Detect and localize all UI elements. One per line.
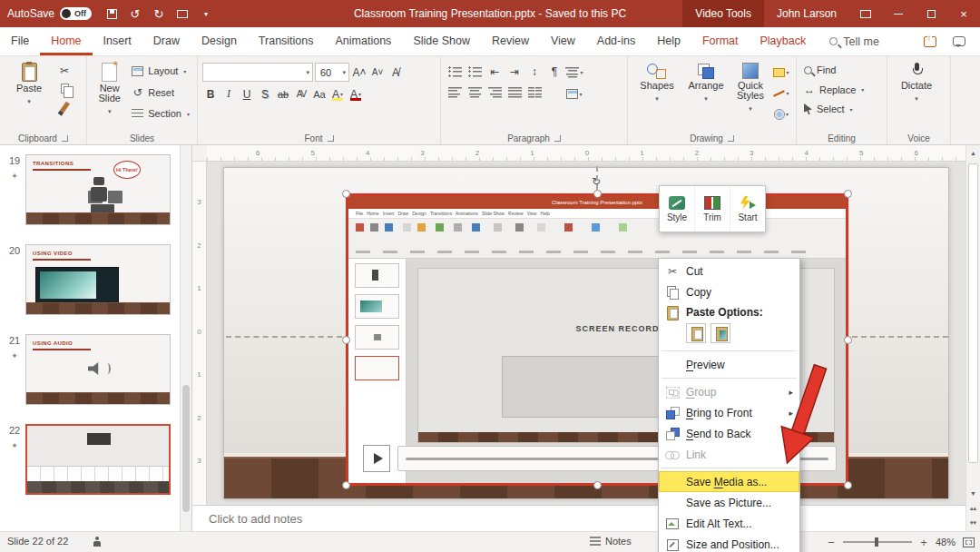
notes-toggle-button[interactable]: Notes (590, 536, 632, 547)
paste-button[interactable]: Paste (5, 60, 54, 106)
line-spacing-icon[interactable]: ↕ (525, 63, 544, 80)
align-text-icon[interactable] (565, 64, 583, 81)
bullets-icon[interactable] (446, 63, 464, 80)
notes-pane[interactable]: Click to add notes (192, 505, 980, 531)
play-button[interactable] (363, 445, 390, 472)
zoom-out-icon[interactable]: − (827, 536, 836, 549)
resize-handle[interactable] (342, 190, 350, 198)
align-right-icon[interactable] (485, 84, 504, 101)
format-painter-icon[interactable] (55, 98, 74, 115)
resize-handle[interactable] (593, 481, 602, 489)
undo-icon[interactable]: ↺ (124, 2, 146, 25)
menu-item-link[interactable]: Link▸ (659, 444, 799, 465)
menu-item-save-as-picture[interactable]: Save as Picture... (659, 492, 799, 513)
tab-view[interactable]: View (540, 27, 586, 55)
scroll-up-icon[interactable]: ▲ (966, 146, 980, 160)
tab-help[interactable]: Help (646, 27, 691, 55)
reset-button[interactable]: ↺Reset (129, 82, 192, 103)
layout-button[interactable]: Layout (129, 64, 192, 78)
align-left-icon[interactable] (446, 84, 464, 101)
editor-scrollbar[interactable]: ▲ ▼ ▴▴ ▾▾ (965, 145, 980, 531)
cut-icon[interactable]: ✂ (55, 62, 74, 79)
font-b-button[interactable]: B (202, 85, 219, 103)
decrease-indent-icon[interactable]: ⇤ (485, 63, 504, 80)
tab-slide-show[interactable]: Slide Show (402, 27, 481, 55)
save-icon[interactable] (101, 2, 122, 25)
resize-handle[interactable] (342, 481, 350, 489)
menu-item-copy[interactable]: Copy (659, 281, 799, 302)
menu-item-save-media-as[interactable]: Save Media as... (659, 471, 799, 492)
comments-icon[interactable] (953, 36, 965, 46)
font-s-button[interactable]: S (257, 85, 273, 103)
arrange-button[interactable]: Arrange (681, 60, 730, 104)
menu-item-send-to-back[interactable]: Send to Back▸ (659, 423, 799, 444)
menu-item-preview[interactable]: Preview (659, 354, 799, 375)
find-button[interactable]: Find (801, 63, 867, 77)
tell-me-button[interactable]: Tell me (829, 35, 879, 48)
tab-draw[interactable]: Draw (142, 27, 191, 55)
shape-fill-icon[interactable] (772, 64, 790, 81)
fit-to-window-icon[interactable] (963, 537, 975, 547)
next-slide-icon[interactable]: ▾▾ (966, 516, 980, 529)
decrease-font-icon[interactable]: A˅ (369, 64, 386, 81)
shape-effects-icon[interactable] (772, 105, 790, 123)
paste-option-theme-icon[interactable] (686, 323, 706, 343)
thumbnail-scrollbar[interactable] (180, 145, 191, 531)
smartart-icon[interactable] (565, 85, 583, 103)
clipboard-dialog-launcher-icon[interactable] (62, 135, 68, 142)
menu-item-group[interactable]: Group▸ (659, 381, 799, 402)
font-aa-button[interactable]: Aa (311, 85, 328, 103)
font-name-combo[interactable] (202, 63, 313, 82)
font-ab-button[interactable]: ab (275, 85, 291, 103)
menu-item-cut[interactable]: Cut (659, 261, 799, 281)
close-button[interactable]: × (947, 0, 980, 27)
zoom-level[interactable]: 48% (936, 537, 956, 547)
tab-animations[interactable]: Animations (325, 27, 403, 55)
qat-menu-icon[interactable]: ▾ (195, 2, 217, 25)
columns-icon[interactable] (525, 84, 544, 101)
font-color-icon[interactable]: A (348, 85, 364, 103)
section-button[interactable]: Section (129, 106, 192, 121)
clear-formatting-icon[interactable]: A̸ (387, 64, 404, 81)
dictate-button[interactable]: Dictate (892, 60, 941, 104)
tab-insert[interactable]: Insert (93, 27, 142, 55)
autosave-pill[interactable]: Off (60, 7, 92, 20)
slide-thumbnail[interactable]: USING VIDEO (25, 244, 171, 315)
justify-icon[interactable] (505, 84, 524, 101)
start-button[interactable]: Start (730, 186, 765, 232)
tab-format[interactable]: Format (691, 27, 750, 55)
increase-font-icon[interactable]: A˄ (351, 64, 368, 81)
tab-home[interactable]: Home (40, 27, 92, 55)
zoom-in-icon[interactable]: + (919, 536, 928, 549)
scroll-down-icon[interactable]: ▼ (966, 487, 980, 500)
zoom-slider-thumb[interactable] (875, 537, 878, 547)
present-icon[interactable] (172, 2, 193, 25)
editor-scrollbar-thumb[interactable] (968, 163, 978, 463)
shape-outline-icon[interactable] (772, 84, 790, 102)
font-u-button[interactable]: U (239, 85, 255, 103)
replace-button[interactable]: ↔Replace (801, 79, 867, 100)
share-icon[interactable] (924, 36, 936, 47)
resize-handle[interactable] (844, 336, 852, 344)
user-name[interactable]: John Larson (764, 7, 849, 20)
resize-handle[interactable] (342, 336, 350, 344)
font-i-button[interactable]: I (220, 85, 237, 103)
minimize-button[interactable] (882, 0, 915, 27)
style-button[interactable]: Style (660, 186, 695, 232)
select-button[interactable]: Select (801, 102, 867, 116)
font-dialog-launcher-icon[interactable] (328, 135, 334, 142)
tab-design[interactable]: Design (191, 27, 248, 55)
menu-item-bring-to-front[interactable]: Bring to Front▸ (659, 402, 799, 423)
paragraph-dialog-launcher-icon[interactable] (554, 135, 561, 142)
quick-styles-button[interactable]: Quick Styles (730, 60, 770, 113)
copy-icon[interactable] (55, 80, 74, 97)
ribbon-display-icon[interactable] (849, 0, 882, 27)
font-av-button[interactable]: AV (293, 85, 309, 103)
resize-handle[interactable] (844, 190, 852, 198)
numbering-icon[interactable] (466, 63, 484, 80)
resize-handle[interactable] (844, 481, 852, 489)
shapes-button[interactable]: Shapes (632, 60, 681, 104)
highlight-color-icon[interactable]: A (329, 85, 346, 103)
tab-add-ins[interactable]: Add-ins (586, 27, 646, 55)
redo-icon[interactable]: ↻ (148, 2, 170, 25)
